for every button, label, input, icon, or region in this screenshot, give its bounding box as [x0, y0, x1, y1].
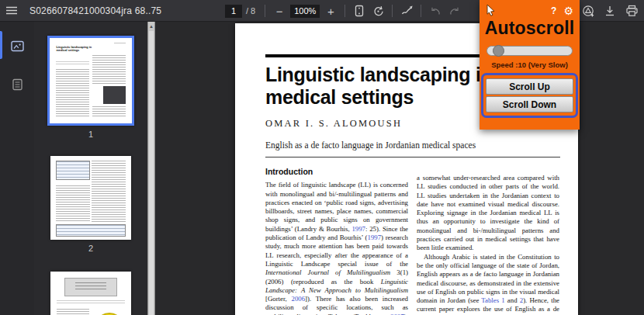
- rotate-icon: [372, 5, 384, 17]
- thumbnails-panel: Linguistic landscaping in medical settin…: [34, 22, 147, 315]
- document-filename: S0266078421000304jra 68..75: [29, 5, 161, 16]
- pen-squiggle-icon: [401, 5, 413, 16]
- thumb-logo-line: [114, 43, 126, 44]
- help-button[interactable]: ?: [551, 5, 556, 16]
- redo-icon: [448, 5, 460, 16]
- zoom-in-button[interactable]: +: [321, 1, 340, 21]
- thumb-text-lines: [56, 185, 90, 223]
- zoom-out-button[interactable]: −: [270, 1, 289, 21]
- thumbnails-view-icon: [11, 40, 24, 52]
- autoscroll-extension-popup: ? ⚙ Autoscroll Speed :10 (Very Slow) Scr…: [480, 0, 580, 130]
- page-number-input[interactable]: 1: [225, 5, 242, 18]
- divider: [345, 5, 345, 17]
- active-tab-indicator: [0, 31, 2, 59]
- undo-button[interactable]: [426, 1, 445, 21]
- speed-slider-track[interactable]: [486, 46, 573, 56]
- fit-page-icon: [354, 5, 365, 17]
- undo-icon: [430, 5, 441, 16]
- thumb-table-block: [56, 224, 125, 237]
- redo-button[interactable]: [445, 1, 463, 21]
- left-column: Introduction The field of linguistic lan…: [265, 168, 408, 315]
- scrollbar-thumb[interactable]: [149, 31, 154, 315]
- left-column-paragraph: The field of linguistic landscape (LL) i…: [265, 181, 408, 315]
- text-segment: [Gorter,: [265, 295, 292, 303]
- thumb-text-lines: [56, 69, 88, 119]
- triangle-circle-plus-icon: [582, 5, 595, 18]
- print-button[interactable]: [622, 1, 641, 21]
- draw-annotate-button[interactable]: [397, 1, 416, 21]
- page-1-thumbnail[interactable]: Linguistic landscaping in medical settin…: [47, 36, 134, 126]
- rotate-button[interactable]: [369, 1, 387, 21]
- thumb-sign-plaque: [64, 278, 118, 296]
- scrollbar-up-arrow[interactable]: ▲: [148, 22, 154, 31]
- thumb-text-lines: [92, 161, 126, 223]
- thumb-text-lines: [57, 309, 89, 315]
- document-outline-button[interactable]: [0, 68, 34, 101]
- gear-icon[interactable]: ⚙: [563, 5, 573, 16]
- right-column-paragraph-1: a somewhat under-researched area compare…: [417, 174, 559, 253]
- citation-link[interactable]: 1997: [351, 225, 365, 233]
- sidebar-rail: [0, 22, 34, 315]
- speed-slider-knob[interactable]: [493, 45, 504, 57]
- right-column: a somewhat under-researched area compare…: [417, 168, 559, 315]
- page-total-label: / 8: [246, 6, 255, 16]
- subtitle-rule: [265, 157, 560, 158]
- divider: [392, 5, 393, 17]
- fit-page-button[interactable]: [350, 1, 369, 21]
- thumb-caption-line: [57, 300, 124, 303]
- download-button[interactable]: [601, 1, 619, 21]
- plaque-text-lines: [75, 282, 106, 292]
- text-segment: and: [505, 296, 520, 304]
- citation-link[interactable]: Tables 1: [481, 296, 504, 304]
- thumb-mini-title: Linguistic landscaping in medical settin…: [56, 46, 95, 53]
- thumb-author-lines: [56, 61, 88, 64]
- download-icon: [604, 5, 616, 17]
- document-outline-icon: [12, 78, 23, 91]
- thumb-text-lines: [92, 106, 125, 118]
- right-column-paragraph-2: Although Arabic is stated in the Constit…: [417, 253, 559, 315]
- citation-link[interactable]: 2006: [292, 295, 306, 303]
- page-3-thumbnail[interactable]: !!: [50, 272, 131, 315]
- thumb-table-block: [56, 161, 90, 180]
- text-segment: a somewhat under-researched area compare…: [417, 174, 559, 251]
- save-as-button[interactable]: [579, 1, 597, 21]
- highlighted-buttons-group: Scroll Up Scroll Down: [481, 73, 578, 118]
- popup-title: Autoscroll: [480, 18, 580, 39]
- thumbnails-view-button[interactable]: [0, 29, 34, 62]
- divider: [265, 5, 265, 17]
- sidebar-scrollbar[interactable]: ▲: [147, 22, 155, 315]
- article-subtitle: English as a de facto language in Jordan…: [265, 140, 560, 150]
- zoom-level-display: 100%: [290, 5, 320, 18]
- cursor-pointer-icon: [485, 4, 497, 17]
- page-zoom-controls: 1 / 8 − 100% +: [225, 0, 463, 22]
- scroll-down-button[interactable]: Scroll Down: [486, 96, 573, 112]
- print-icon: [625, 5, 639, 17]
- section-heading: Introduction: [265, 168, 408, 176]
- menu-button[interactable]: [0, 0, 23, 22]
- hamburger-icon: [5, 5, 18, 16]
- toolbar-right-actions: [579, 0, 641, 22]
- thumb-figure-block: [103, 86, 126, 104]
- citation-link[interactable]: 1997: [367, 234, 381, 241]
- page-1-label: 1: [34, 130, 147, 139]
- scroll-up-button[interactable]: Scroll Up: [486, 78, 573, 95]
- article-body: Introduction The field of linguistic lan…: [265, 168, 560, 315]
- page-2-thumbnail[interactable]: [50, 156, 131, 240]
- thumb-text-lines: [92, 55, 125, 84]
- page-2-label: 2: [34, 244, 147, 253]
- text-segment: International Journal of Multilingualism: [265, 268, 390, 276]
- divider: [421, 5, 421, 17]
- speed-readout: Speed :10 (Very Slow): [480, 61, 580, 69]
- popup-header: ? ⚙: [480, 0, 580, 17]
